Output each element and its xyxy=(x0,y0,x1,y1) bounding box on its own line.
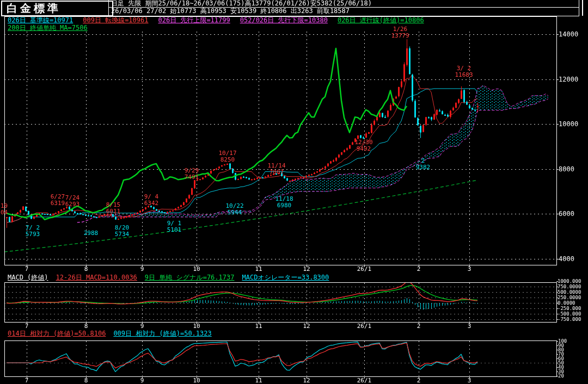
rsi-legend-item: 009日 相対力 (終値)=50.1323 xyxy=(113,330,211,337)
legend-item: 052/026日 先行下限=10380 xyxy=(240,17,328,24)
x-axis-label: 2 xyxy=(417,266,421,272)
macd-y-axis-label: -750.000 xyxy=(558,317,581,322)
price-annotation: 10/178250 xyxy=(218,150,236,163)
legend-item: 200日 終値単純 MA=7506 xyxy=(8,24,88,32)
x-axis-label: 9 xyxy=(140,266,144,272)
x-axis-label: 12 xyxy=(303,266,310,272)
price-annotation: 29382 xyxy=(416,158,431,171)
macd-y-axis-label: 0.0000 xyxy=(558,301,575,306)
x-axis-label: 10 xyxy=(193,377,200,383)
ichimoku-legend-row2: 200日 終値単純 MA=7506 xyxy=(8,24,88,32)
x-axis-label: 9 xyxy=(140,323,144,329)
price-annotation: 7/ 25793 xyxy=(26,225,40,238)
price-annotation: 8/205734 xyxy=(115,225,130,238)
x-axis-label: 10 xyxy=(193,323,200,329)
info-line-ohlc: 26/03/06 27/02 始10773 高10953 安10539 終108… xyxy=(109,8,579,15)
x-axis-label: 3 xyxy=(468,266,471,272)
x-axis-label: 2 xyxy=(417,377,421,383)
price-annotation: 9/ 46342 xyxy=(144,194,159,207)
macd-legend-item: 12-26日 MACD=110.0036 xyxy=(56,274,137,281)
chart-application-window: 白金標準 日足 先限 期間25/06/18~26/03/06(175)高1377… xyxy=(0,0,588,384)
macd-y-axis-label: 500.0000 xyxy=(558,290,581,295)
x-axis-label: 26/1 xyxy=(357,266,372,272)
price-annotation: 2988 xyxy=(84,230,99,237)
macd-legend-item: 9日 単純 シグナル=76.1737 xyxy=(145,274,235,281)
main-y-axis-label: 4000 xyxy=(559,256,574,262)
x-axis-label: 12 xyxy=(303,323,310,329)
macd-y-axis-label: 1000.000 xyxy=(558,279,581,284)
x-axis-label: 26/1 xyxy=(357,377,372,383)
x-axis-label: 8 xyxy=(84,266,88,272)
x-axis-label: 10 xyxy=(193,266,200,272)
chart-info-header: 日足 先限 期間25/06/18~26/03/06(175)高13779(26/… xyxy=(108,0,579,16)
macd-y-axis-label: 250.0000 xyxy=(558,295,581,300)
price-annotation: 11/186980 xyxy=(275,196,293,209)
price-annotation: 3/ 211683 xyxy=(455,65,473,78)
legend-item: 009日 転換線=10961 xyxy=(83,17,148,24)
main-y-axis-label: 14000 xyxy=(559,32,578,38)
macd-title: MACD (終値) xyxy=(8,274,48,281)
x-axis-label: 11 xyxy=(255,377,262,383)
price-chart-canvas[interactable] xyxy=(0,0,588,384)
x-axis-label: 11 xyxy=(255,323,262,329)
info-line-period: 日足 先限 期間25/06/18~26/03/06(175)高13779(26/… xyxy=(109,0,579,8)
x-axis-label: 7 xyxy=(25,323,29,329)
price-annotation: 11/147807 xyxy=(267,163,285,176)
x-axis-label: 8 xyxy=(84,323,88,329)
price-annotation: 10/225944 xyxy=(225,203,243,216)
main-y-axis-label: 10000 xyxy=(559,121,578,127)
legend-item: 026日 基準線=10971 xyxy=(8,17,73,24)
price-annotation: 12/309492 xyxy=(354,139,372,152)
x-axis-label: 26/1 xyxy=(357,323,372,329)
x-axis-label: 12 xyxy=(303,377,310,383)
macd-y-axis-label: 750.0000 xyxy=(558,284,581,289)
rsi-y-axis-label: 20 xyxy=(558,374,564,379)
x-axis-label: 3 xyxy=(468,323,471,329)
macd-y-axis-label: -250.000 xyxy=(558,306,581,311)
price-annotation: 6/195904 xyxy=(0,203,8,216)
main-y-axis-label: 12000 xyxy=(559,77,578,83)
ichimoku-legend-row1: 026日 基準線=10971009日 転換線=10961026日 先行上限=11… xyxy=(8,17,424,24)
price-annotation: 7/246293 xyxy=(65,195,80,208)
window-edge xyxy=(582,0,583,16)
instrument-title: 白金標準 xyxy=(1,1,113,16)
main-y-axis-label: 8000 xyxy=(559,166,574,172)
macd-panel-header: MACD (終値) 12-26日 MACD=110.00369日 単純 シグナル… xyxy=(8,274,329,281)
x-axis-label: 7 xyxy=(25,266,29,272)
x-axis-label: 8 xyxy=(84,377,88,383)
legend-item: 026日 遅行線(終値)=10806 xyxy=(338,17,424,24)
price-annotation: 9/ 15101 xyxy=(167,220,182,233)
legend-item: 026日 先行上限=11799 xyxy=(158,17,230,24)
macd-legend-item: MACDオシレーター=33.8300 xyxy=(242,274,329,281)
price-annotation: 9/297491 xyxy=(185,168,199,181)
macd-y-axis-label: -500.000 xyxy=(558,312,581,317)
main-y-axis-label: 6000 xyxy=(559,211,574,217)
x-axis-label: 2 xyxy=(417,323,421,329)
rsi-legend-item: 014日 相対力 (終値)=50.8106 xyxy=(8,330,106,337)
x-axis-label: 9 xyxy=(140,377,144,383)
price-annotation: 8/156011 xyxy=(106,202,121,215)
x-axis-label: 7 xyxy=(25,377,29,383)
price-annotation: 1/2613779 xyxy=(391,26,409,39)
price-annotation: 6/276319 xyxy=(51,194,65,207)
rsi-panel-header: 014日 相対力 (終値)=50.8106009日 相対力 (終値)=50.13… xyxy=(8,330,212,337)
x-axis-label: 3 xyxy=(468,377,471,383)
x-axis-label: 11 xyxy=(255,266,262,272)
